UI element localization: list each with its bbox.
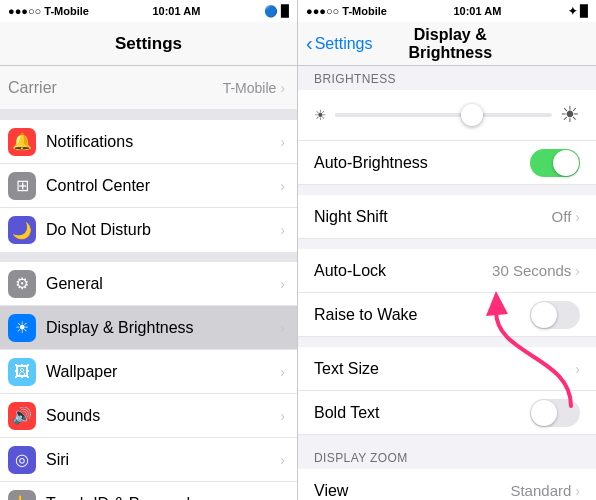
do-not-disturb-label: Do Not Disturb <box>46 221 280 239</box>
text-size-chevron: › <box>575 361 580 377</box>
brightness-slider-fill <box>335 113 465 117</box>
right-nav-bar: ‹ Settings Display & Brightness <box>298 22 596 66</box>
left-status-bar: ●●●○○ T-Mobile 10:01 AM 🔵 ▉ <box>0 0 297 22</box>
settings-item-sounds[interactable]: 🔊 Sounds › <box>0 394 297 438</box>
siri-icon: ◎ <box>8 446 36 474</box>
auto-lock-value: 30 Seconds <box>492 262 571 279</box>
display-zoom-header: DISPLAY ZOOM <box>298 445 596 469</box>
right-time: 10:01 AM <box>453 5 501 17</box>
view-chevron: › <box>575 483 580 499</box>
group-divider-2 <box>0 252 297 262</box>
display-brightness-label: Display & Brightness <box>46 319 280 337</box>
control-center-chevron: › <box>280 178 285 194</box>
touch-id-chevron: › <box>280 496 285 501</box>
raise-to-wake-label: Raise to Wake <box>314 306 530 324</box>
bold-text-toggle[interactable] <box>530 399 580 427</box>
brightness-low-icon: ☀ <box>314 107 327 123</box>
bold-text-thumb <box>531 400 557 426</box>
wallpaper-label: Wallpaper <box>46 363 280 381</box>
sounds-chevron: › <box>280 408 285 424</box>
left-panel: ●●●○○ T-Mobile 10:01 AM 🔵 ▉ Settings Car… <box>0 0 298 500</box>
section-gap-4 <box>298 435 596 445</box>
settings-item-control-center[interactable]: ⊞ Control Center › <box>0 164 297 208</box>
touch-id-label: Touch ID & Passcode <box>46 495 280 501</box>
left-settings-list: Carrier T-Mobile › 🔔 Notifications › ⊞ C… <box>0 66 297 500</box>
settings-group-1: 🔔 Notifications › ⊞ Control Center › 🌙 D… <box>0 120 297 252</box>
section-gap-2 <box>298 239 596 249</box>
right-nav-title: Display & Brightness <box>372 26 528 62</box>
view-value: Standard <box>510 482 571 499</box>
settings-item-siri[interactable]: ◎ Siri › <box>0 438 297 482</box>
back-label: Settings <box>315 35 373 53</box>
sounds-icon: 🔊 <box>8 402 36 430</box>
general-icon: ⚙ <box>8 270 36 298</box>
night-shift-chevron: › <box>575 209 580 225</box>
brightness-row[interactable]: ☀ ☀ <box>298 90 596 141</box>
left-time: 10:01 AM <box>152 5 200 17</box>
carrier-label: Carrier <box>8 79 223 97</box>
back-chevron-icon: ‹ <box>306 32 313 55</box>
control-center-label: Control Center <box>46 177 280 195</box>
display-brightness-icon: ☀ <box>8 314 36 342</box>
right-carrier: ●●●○○ T-Mobile <box>306 5 387 17</box>
sounds-label: Sounds <box>46 407 280 425</box>
text-size-label: Text Size <box>314 360 575 378</box>
right-settings-list: BRIGHTNESS ☀ ☀ Auto-Brightness Night Shi… <box>298 66 596 500</box>
back-button[interactable]: ‹ Settings <box>306 32 372 55</box>
brightness-section-header: BRIGHTNESS <box>298 66 596 90</box>
siri-label: Siri <box>46 451 280 469</box>
raise-to-wake-thumb <box>531 302 557 328</box>
notifications-label: Notifications <box>46 133 280 151</box>
left-carrier: ●●●○○ T-Mobile <box>8 5 89 17</box>
auto-brightness-thumb <box>553 150 579 176</box>
settings-item-carrier[interactable]: Carrier T-Mobile › <box>0 66 297 110</box>
settings-item-display-brightness[interactable]: ☀ Display & Brightness › <box>0 306 297 350</box>
section-gap-3 <box>298 337 596 347</box>
settings-item-do-not-disturb[interactable]: 🌙 Do Not Disturb › <box>0 208 297 252</box>
right-item-night-shift[interactable]: Night Shift Off › <box>298 195 596 239</box>
settings-group-2: ⚙ General › ☀ Display & Brightness › 🖼 W… <box>0 262 297 500</box>
do-not-disturb-chevron: › <box>280 222 285 238</box>
right-item-auto-brightness[interactable]: Auto-Brightness <box>298 141 596 185</box>
notifications-chevron: › <box>280 134 285 150</box>
brightness-slider-track[interactable] <box>335 113 552 117</box>
general-chevron: › <box>280 276 285 292</box>
settings-item-touch-id[interactable]: 👆 Touch ID & Passcode › <box>0 482 297 500</box>
group-divider-1 <box>0 110 297 120</box>
general-label: General <box>46 275 280 293</box>
view-label: View <box>314 482 510 500</box>
display-brightness-chevron: › <box>280 320 285 336</box>
night-shift-label: Night Shift <box>314 208 552 226</box>
auto-lock-chevron: › <box>575 263 580 279</box>
right-icons: ✦ ▉ <box>568 5 588 18</box>
raise-to-wake-toggle[interactable] <box>530 301 580 329</box>
left-battery: 🔵 ▉ <box>264 5 289 18</box>
right-status-bar: ●●●○○ T-Mobile 10:01 AM ✦ ▉ <box>298 0 596 22</box>
settings-item-notifications[interactable]: 🔔 Notifications › <box>0 120 297 164</box>
wallpaper-icon: 🖼 <box>8 358 36 386</box>
auto-brightness-label: Auto-Brightness <box>314 154 530 172</box>
right-item-bold-text[interactable]: Bold Text <box>298 391 596 435</box>
brightness-high-icon: ☀ <box>560 102 580 128</box>
carrier-chevron: › <box>280 80 285 96</box>
brightness-slider-thumb[interactable] <box>461 104 483 126</box>
control-center-icon: ⊞ <box>8 172 36 200</box>
right-panel: ●●●○○ T-Mobile 10:01 AM ✦ ▉ ‹ Settings D… <box>298 0 596 500</box>
section-gap-1 <box>298 185 596 195</box>
auto-lock-label: Auto-Lock <box>314 262 492 280</box>
do-not-disturb-icon: 🌙 <box>8 216 36 244</box>
right-item-auto-lock[interactable]: Auto-Lock 30 Seconds › <box>298 249 596 293</box>
wallpaper-chevron: › <box>280 364 285 380</box>
right-item-raise-to-wake[interactable]: Raise to Wake <box>298 293 596 337</box>
left-title: Settings <box>115 34 182 54</box>
night-shift-value: Off <box>552 208 572 225</box>
siri-chevron: › <box>280 452 285 468</box>
settings-item-wallpaper[interactable]: 🖼 Wallpaper › <box>0 350 297 394</box>
bold-text-label: Bold Text <box>314 404 530 422</box>
settings-item-general[interactable]: ⚙ General › <box>0 262 297 306</box>
auto-brightness-toggle[interactable] <box>530 149 580 177</box>
right-item-view[interactable]: View Standard › <box>298 469 596 500</box>
right-item-text-size[interactable]: Text Size › <box>298 347 596 391</box>
left-nav-bar: Settings <box>0 22 297 66</box>
notifications-icon: 🔔 <box>8 128 36 156</box>
